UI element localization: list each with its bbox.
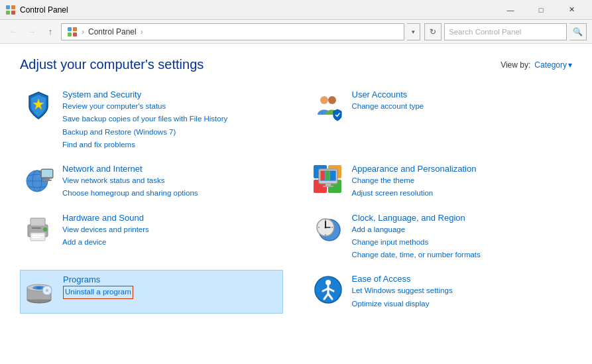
programs-text: Programs Uninstall a program <box>63 274 133 298</box>
system-security-link[interactable]: System and Security <box>62 90 227 99</box>
svg-rect-3 <box>11 11 15 15</box>
address-text: Control Panel <box>88 27 137 36</box>
hardware-sound-icon <box>23 213 54 245</box>
clock-language-text: Clock, Language, and Region Add a langua… <box>352 213 481 261</box>
svg-rect-2 <box>6 11 10 15</box>
svg-rect-33 <box>32 235 43 236</box>
address-bar: ← → ↑ › Control Panel › ▾ ↻ Search Contr… <box>0 20 592 44</box>
programs-link[interactable]: Programs <box>63 274 133 284</box>
network-internet-link[interactable]: Network and Internet <box>62 164 198 174</box>
svg-rect-26 <box>323 186 333 187</box>
svg-rect-1 <box>11 5 15 9</box>
system-security-icon <box>23 90 54 121</box>
address-field[interactable]: › Control Panel › <box>61 23 404 40</box>
appearance-icon <box>312 164 344 196</box>
back-button[interactable]: ← <box>5 24 21 40</box>
title-bar-controls: — □ ✕ <box>495 0 587 20</box>
system-security-link-2[interactable]: Save backup copies of your files with Fi… <box>62 113 227 125</box>
hardware-sound-text: Hardware and Sound View devices and prin… <box>62 213 149 249</box>
close-button[interactable]: ✕ <box>556 0 587 20</box>
category-appearance: Appearance and Personalization Change th… <box>310 160 573 204</box>
clock-language-link-1[interactable]: Add a language <box>352 224 481 235</box>
page-header: Adjust your computer's settings View by:… <box>20 57 572 72</box>
refresh-icon: ↻ <box>430 27 436 36</box>
network-internet-link-1[interactable]: View network status and tasks <box>62 175 198 186</box>
system-security-text: System and Security Review your computer… <box>62 90 227 151</box>
forward-icon: → <box>28 27 36 36</box>
clock-language-link-3[interactable]: Change date, time, or number formats <box>352 249 481 261</box>
svg-point-50 <box>36 287 42 289</box>
category-ease-of-access: Ease of Access Let Windows suggest setti… <box>310 270 573 314</box>
refresh-button[interactable]: ↻ <box>424 23 442 40</box>
programs-icon <box>23 274 55 306</box>
view-by-label: View by: <box>501 60 530 70</box>
view-by-dropdown[interactable]: Category ▾ <box>534 60 572 70</box>
svg-rect-29 <box>330 171 335 180</box>
minimize-button[interactable]: — <box>495 0 526 20</box>
svg-rect-0 <box>6 5 10 9</box>
programs-link-1[interactable]: Uninstall a program <box>63 286 133 298</box>
search-field[interactable]: Search Control Panel <box>444 23 567 40</box>
address-dropdown-button[interactable]: ▾ <box>407 23 420 40</box>
category-network-internet: Network and Internet View network status… <box>20 160 283 204</box>
svg-rect-28 <box>326 171 329 180</box>
appearance-link-1[interactable]: Change the theme <box>352 175 477 186</box>
forward-button[interactable]: → <box>24 24 40 40</box>
system-security-link-3[interactable]: Backup and Restore (Windows 7) <box>62 127 227 138</box>
search-icon: 🔍 <box>573 27 583 36</box>
ease-of-access-icon <box>312 274 344 306</box>
category-hardware-sound: Hardware and Sound View devices and prin… <box>20 209 283 265</box>
title-bar: Control Panel — □ ✕ <box>0 0 592 20</box>
ease-of-access-link-1[interactable]: Let Windows suggest settings <box>352 285 453 296</box>
ease-of-access-text: Ease of Access Let Windows suggest setti… <box>352 274 453 310</box>
address-separator2: › <box>141 27 143 36</box>
system-security-link-4[interactable]: Find and fix problems <box>62 139 227 151</box>
user-accounts-link-1[interactable]: Change account type <box>352 101 424 112</box>
svg-point-10 <box>328 96 336 104</box>
svg-point-9 <box>320 96 328 104</box>
network-internet-icon <box>23 164 54 196</box>
svg-rect-4 <box>68 27 72 31</box>
view-by-value: Category <box>534 60 567 70</box>
ease-of-access-link-2[interactable]: Optimize visual display <box>352 298 453 310</box>
ease-of-access-link[interactable]: Ease of Access <box>352 274 453 284</box>
user-accounts-icon <box>312 90 344 121</box>
svg-point-52 <box>46 289 48 292</box>
hardware-sound-link-2[interactable]: Add a device <box>62 237 149 248</box>
back-icon: ← <box>9 27 18 36</box>
system-security-link-1[interactable]: Review your computer's status <box>62 101 227 112</box>
svg-rect-36 <box>32 227 41 229</box>
svg-rect-7 <box>73 32 77 36</box>
window-title: Control Panel <box>20 5 68 15</box>
up-button[interactable]: ↑ <box>42 24 58 40</box>
svg-rect-31 <box>30 218 45 226</box>
main-content: Adjust your computer's settings View by:… <box>0 44 592 364</box>
appearance-text: Appearance and Personalization Change th… <box>352 164 477 200</box>
user-accounts-link[interactable]: User Accounts <box>352 90 424 99</box>
clock-language-link[interactable]: Clock, Language, and Region <box>352 213 481 223</box>
hardware-sound-link-1[interactable]: View devices and printers <box>62 224 149 235</box>
category-system-security: System and Security Review your computer… <box>20 86 283 154</box>
svg-rect-34 <box>32 237 40 238</box>
maximize-button[interactable]: □ <box>526 0 556 20</box>
categories-grid: System and Security Review your computer… <box>20 86 572 314</box>
view-by-arrow: ▾ <box>568 60 572 70</box>
svg-rect-5 <box>73 27 77 31</box>
svg-point-35 <box>43 227 47 231</box>
search-button[interactable]: 🔍 <box>569 23 587 40</box>
appearance-link[interactable]: Appearance and Personalization <box>352 164 477 174</box>
clock-language-link-2[interactable]: Change input methods <box>352 237 481 248</box>
network-internet-link-2[interactable]: Choose homegroup and sharing options <box>62 188 198 199</box>
category-user-accounts: User Accounts Change account type <box>310 86 573 154</box>
address-separator: › <box>82 27 84 36</box>
category-programs: Programs Uninstall a program <box>20 270 283 314</box>
controlpanel-icon <box>5 5 16 15</box>
appearance-link-2[interactable]: Adjust screen resolution <box>352 188 477 199</box>
clock-language-icon <box>312 213 344 245</box>
hardware-sound-link[interactable]: Hardware and Sound <box>62 213 149 223</box>
search-placeholder: Search Control Panel <box>449 28 521 36</box>
svg-rect-15 <box>42 170 52 177</box>
address-cp-icon <box>67 27 78 37</box>
chevron-down-icon: ▾ <box>412 29 415 35</box>
view-by-control: View by: Category ▾ <box>501 60 572 70</box>
